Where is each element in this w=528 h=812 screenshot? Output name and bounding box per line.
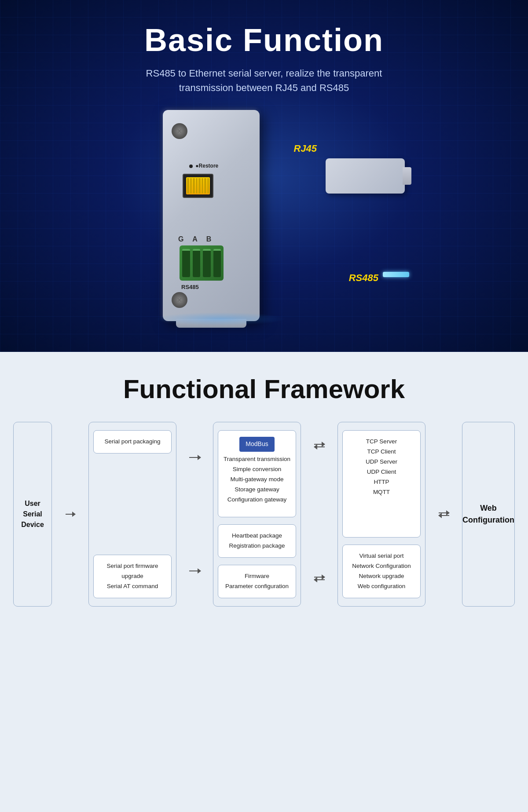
arrow-line-right xyxy=(66,514,75,515)
tcp-udp-card: TCP Server TCP Client UDP Server UDP Cli… xyxy=(342,430,421,538)
hero-title: Basic Function xyxy=(144,22,384,58)
modbus-header-label: ModBus xyxy=(239,437,274,452)
framework-title: Functional Framework xyxy=(13,374,515,404)
terminal-slot-4 xyxy=(213,249,221,277)
modbus-lines: Transparent transmission Simple conversi… xyxy=(223,454,291,505)
tcp-udp-lines: TCP Server TCP Client UDP Server UDP Cli… xyxy=(347,437,416,497)
arrow-head-bot xyxy=(198,568,201,574)
hero-section: Basic Function RS485 to Ethernet serial … xyxy=(0,0,528,352)
floor-glow xyxy=(154,312,286,326)
bidir-arrow-bot xyxy=(314,577,325,580)
rs485-cable-connector xyxy=(383,272,409,277)
restore-dot-icon xyxy=(189,165,193,168)
user-device-label: UserSerialDevice xyxy=(21,498,44,530)
device-illustration: ●Restore G A B xyxy=(110,97,418,334)
arr-left-b xyxy=(314,579,325,580)
rj45-cable-connector xyxy=(326,158,405,194)
rj45-pin-6 xyxy=(202,178,204,194)
rs485-device-label: RS485 xyxy=(181,284,199,290)
firmware-card: Firmware Parameter configuration xyxy=(218,565,296,598)
arrow-col2-col3 xyxy=(179,422,210,607)
virtual-serial-card: Virtual serial port Network Configuratio… xyxy=(342,545,421,598)
terminal-slot-1 xyxy=(182,249,190,277)
arrow-head-top xyxy=(198,455,201,460)
rj45-pin-4 xyxy=(196,178,198,194)
rj45-float-label: RJ45 xyxy=(293,143,317,154)
arrow-head xyxy=(72,512,76,517)
arr-l-mid xyxy=(439,515,449,516)
gab-label: G A B xyxy=(178,235,215,243)
hero-subtitle: RS485 to Ethernet serial server, realize… xyxy=(146,66,382,95)
bidir-arrow-top xyxy=(314,444,325,447)
arrow-col4-col5 xyxy=(428,422,459,607)
framework-diagram: UserSerialDevice Serial port packaging S… xyxy=(13,422,515,607)
serial-firmware-card: Serial port firmware upgrade Serial AT c… xyxy=(93,555,172,598)
terminal-slot-2 xyxy=(193,249,201,277)
rs485-float-label: RS485 xyxy=(349,272,378,284)
arrow-line-top xyxy=(189,457,201,458)
web-config-label: WebConfiguration xyxy=(462,502,514,526)
rj45-pins xyxy=(186,177,210,194)
screw-bottom-icon xyxy=(172,292,187,308)
device-body: ●Restore G A B xyxy=(163,110,260,321)
arrow-line-bot xyxy=(189,571,201,571)
col5-web-config-box: WebConfiguration xyxy=(462,422,515,607)
rj45-pin-2 xyxy=(190,178,192,194)
framework-section: Functional Framework UserSerialDevice Se… xyxy=(0,352,528,633)
arr-left xyxy=(314,446,325,447)
rj45-pin-7 xyxy=(204,178,206,194)
heartbeat-card: Heartbeat package Registration package xyxy=(218,524,296,558)
restore-button-label: ●Restore xyxy=(189,163,218,169)
terminal-block xyxy=(180,245,224,281)
rj45-pin-3 xyxy=(193,178,195,194)
screw-top-icon xyxy=(172,123,187,139)
rj45-port xyxy=(183,174,213,198)
arrow-col1-col2 xyxy=(55,422,86,607)
col1-user-device-box: UserSerialDevice xyxy=(13,422,52,607)
rj45-pin-1 xyxy=(187,178,189,194)
col4-network-box: TCP Server TCP Client UDP Server UDP Cli… xyxy=(337,422,425,607)
arr-left-b-head xyxy=(314,577,317,582)
bidir-arrow-mid xyxy=(439,512,449,516)
col2-serial-box: Serial port packaging Serial port firmwa… xyxy=(88,422,176,607)
rj45-pin-8 xyxy=(207,178,209,194)
arr-l-mid-head xyxy=(438,513,442,518)
arrow-col3-col4 xyxy=(304,422,335,607)
rj45-pin-5 xyxy=(198,178,201,194)
modbus-card: ModBus Transparent transmission Simple c… xyxy=(218,430,296,517)
col3-modbus-box: ModBus Transparent transmission Simple c… xyxy=(213,422,301,607)
arr-left-head xyxy=(314,444,317,450)
terminal-slot-3 xyxy=(203,249,211,277)
serial-port-packaging-card: Serial port packaging xyxy=(93,430,172,454)
rj45-cable-tab xyxy=(403,167,411,185)
